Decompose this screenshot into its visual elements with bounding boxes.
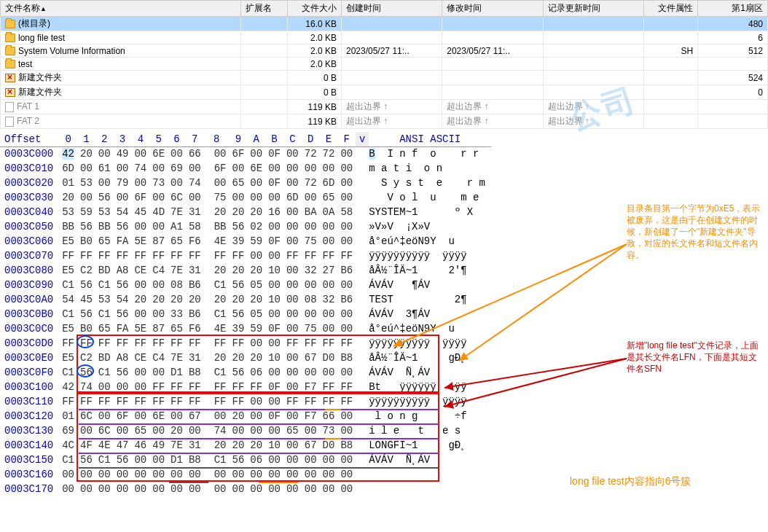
- hex-byte[interactable]: 56: [230, 365, 248, 380]
- hex-byte[interactable]: 53: [95, 292, 114, 307]
- hex-byte[interactable]: 65: [95, 234, 114, 249]
- hex-byte[interactable]: 00: [337, 278, 356, 292]
- hex-byte[interactable]: C1: [95, 307, 114, 321]
- col-ext-header[interactable]: 扩展名: [240, 1, 287, 17]
- hex-byte[interactable]: 06: [247, 365, 265, 380]
- hex-byte[interactable]: FF: [77, 336, 95, 351]
- hex-byte[interactable]: 53: [59, 205, 77, 219]
- hex-byte[interactable]: CE: [131, 351, 149, 365]
- hex-byte[interactable]: 00: [283, 438, 302, 453]
- hex-byte[interactable]: 00: [168, 409, 186, 423]
- col-size-header[interactable]: 文件大小: [287, 1, 341, 17]
- hex-byte[interactable]: C1: [59, 453, 77, 467]
- table-row[interactable]: System Volume Information2.0 KB2023/05/2…: [1, 44, 768, 58]
- hex-byte[interactable]: 00: [114, 467, 132, 482]
- hex-byte[interactable]: FF: [131, 249, 149, 263]
- hex-byte[interactable]: 05: [247, 307, 265, 321]
- col-ctime-header[interactable]: 创建时间: [341, 1, 442, 17]
- hex-byte[interactable]: 0F: [265, 380, 283, 394]
- hex-byte[interactable]: E5: [59, 263, 77, 278]
- hex-byte[interactable]: FA: [114, 321, 132, 336]
- hex-byte[interactable]: 10: [265, 438, 283, 453]
- hex-byte[interactable]: 56: [77, 278, 95, 292]
- hex-byte[interactable]: FF: [149, 336, 168, 351]
- hex-byte[interactable]: 00: [320, 482, 338, 496]
- hex-byte[interactable]: 00: [283, 146, 302, 161]
- hex-byte[interactable]: 16: [265, 205, 283, 219]
- hex-byte[interactable]: 00: [302, 365, 320, 380]
- hex-byte[interactable]: 56: [230, 219, 248, 234]
- hex-byte[interactable]: 00: [95, 409, 114, 423]
- table-row[interactable]: (根目录)16.0 KB480: [1, 17, 768, 31]
- hex-row[interactable]: 0003C120016C006F006E00670020000F00F76600…: [0, 409, 491, 423]
- hex-byte[interactable]: 56: [230, 307, 248, 321]
- hex-byte[interactable]: FF: [186, 380, 204, 394]
- col-attr-header[interactable]: 文件属性: [643, 1, 697, 17]
- hex-byte[interactable]: D1: [168, 365, 186, 380]
- hex-byte[interactable]: 56: [230, 278, 248, 292]
- hex-byte[interactable]: 00: [77, 467, 95, 482]
- hex-byte[interactable]: 00: [230, 161, 248, 176]
- hex-byte[interactable]: 00: [337, 161, 356, 176]
- hex-byte[interactable]: B0: [77, 234, 95, 249]
- hex-row[interactable]: 0003C0106D006100740069006F006E0000000000…: [0, 161, 491, 176]
- hex-byte[interactable]: 00: [114, 161, 132, 176]
- hex-byte[interactable]: 00: [204, 409, 230, 423]
- hex-byte[interactable]: 58: [186, 219, 204, 234]
- hex-byte[interactable]: FF: [204, 380, 230, 394]
- hex-byte[interactable]: FF: [168, 380, 186, 394]
- hex-byte[interactable]: FF: [283, 336, 302, 351]
- hex-byte[interactable]: 6C: [77, 409, 95, 423]
- hex-byte[interactable]: B6: [337, 263, 356, 278]
- hex-byte[interactable]: 10: [265, 263, 283, 278]
- hex-byte[interactable]: FF: [186, 249, 204, 263]
- hex-byte[interactable]: FA: [114, 234, 132, 249]
- hex-byte[interactable]: 56: [114, 307, 132, 321]
- hex-byte[interactable]: 75: [204, 190, 230, 205]
- hex-byte[interactable]: 00: [186, 423, 204, 438]
- hex-byte[interactable]: E5: [59, 234, 77, 249]
- hex-byte[interactable]: FF: [230, 249, 248, 263]
- hex-byte[interactable]: 79: [114, 176, 132, 190]
- hex-byte[interactable]: FF: [149, 380, 168, 394]
- hex-byte[interactable]: C1: [59, 365, 77, 380]
- hex-byte[interactable]: 6D: [59, 161, 77, 176]
- hex-byte[interactable]: 00: [320, 321, 338, 336]
- hex-byte[interactable]: 00: [302, 190, 320, 205]
- hex-byte[interactable]: 02: [247, 219, 265, 234]
- hex-byte[interactable]: B6: [186, 278, 204, 292]
- hex-byte[interactable]: 20: [149, 292, 168, 307]
- hex-byte[interactable]: 00: [149, 467, 168, 482]
- hex-byte[interactable]: 39: [230, 321, 248, 336]
- hex-byte[interactable]: 20: [204, 351, 230, 365]
- hex-byte[interactable]: 66: [320, 409, 338, 423]
- hex-byte[interactable]: 20: [230, 292, 248, 307]
- hex-byte[interactable]: FF: [302, 336, 320, 351]
- hex-byte[interactable]: FF: [186, 394, 204, 409]
- file-list-header[interactable]: 文件名称▲ 扩展名 文件大小 创建时间 修改时间 记录更新时间 文件属性 第1扇…: [1, 1, 768, 17]
- hex-byte[interactable]: 0F: [265, 176, 283, 190]
- hex-byte[interactable]: 65: [168, 234, 186, 249]
- hex-byte[interactable]: C1: [204, 365, 230, 380]
- hex-byte[interactable]: 6F: [204, 161, 230, 176]
- hex-byte[interactable]: 4C: [59, 438, 77, 453]
- hex-byte[interactable]: 00: [265, 336, 283, 351]
- hex-byte[interactable]: FF: [247, 380, 265, 394]
- hex-byte[interactable]: 00: [283, 467, 302, 482]
- hex-byte[interactable]: 20: [204, 263, 230, 278]
- hex-byte[interactable]: 00: [247, 190, 265, 205]
- hex-byte[interactable]: 20: [59, 190, 77, 205]
- hex-row[interactable]: 0003C00042200049006E0066006F000F00727200…: [0, 146, 491, 161]
- hex-byte[interactable]: FF: [230, 336, 248, 351]
- hex-byte[interactable]: 5E: [131, 234, 149, 249]
- hex-byte[interactable]: 00: [265, 453, 283, 467]
- hex-byte[interactable]: CE: [131, 263, 149, 278]
- hex-byte[interactable]: BD: [95, 263, 114, 278]
- hex-byte[interactable]: 6E: [149, 409, 168, 423]
- hex-byte[interactable]: 00: [149, 278, 168, 292]
- hex-byte[interactable]: 00: [320, 278, 338, 292]
- hex-byte[interactable]: 7E: [168, 263, 186, 278]
- hex-byte[interactable]: 20: [247, 292, 265, 307]
- hex-byte[interactable]: 31: [186, 263, 204, 278]
- hex-byte[interactable]: 54: [59, 292, 77, 307]
